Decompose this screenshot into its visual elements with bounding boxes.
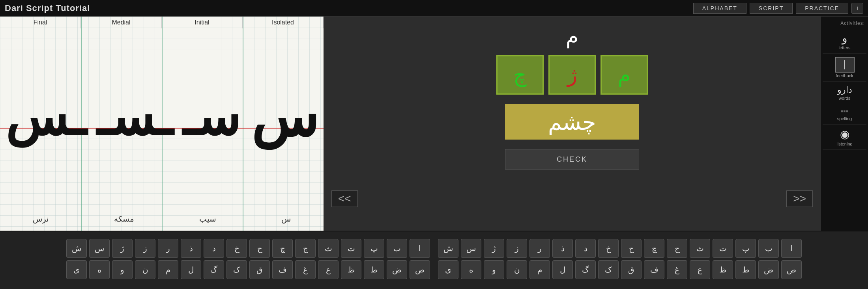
key-ه[interactable]: ه — [461, 260, 481, 279]
key-ا[interactable]: ا — [410, 239, 430, 258]
key-ب[interactable]: ب — [758, 239, 779, 258]
alphabet-button[interactable]: ALPHABET — [693, 3, 746, 14]
key-چ[interactable]: چ — [644, 239, 664, 258]
activity-letters[interactable]: و letters — [823, 28, 866, 54]
key-پ[interactable]: پ — [364, 239, 384, 258]
key-م[interactable]: م — [529, 260, 550, 279]
key-ن[interactable]: ن — [135, 260, 155, 279]
letters-label: letters — [839, 45, 851, 50]
words-icon: دارو — [837, 85, 852, 95]
activities-title: Activities: — [823, 20, 866, 28]
words-label: words — [839, 96, 850, 101]
col-label-initial: سیب — [199, 214, 216, 224]
activity-words[interactable]: دارو words — [823, 82, 866, 104]
key-ظ[interactable]: ظ — [341, 260, 361, 279]
key-ث[interactable]: ث — [690, 239, 710, 258]
key-ع[interactable]: ع — [690, 260, 710, 279]
key-ز[interactable]: ز — [135, 239, 155, 258]
keyboard-row-1-left: ابپتثجچحخدذرزژسش — [66, 239, 430, 258]
key-د[interactable]: د — [204, 239, 224, 258]
key-ی[interactable]: ی — [66, 260, 87, 279]
key-گ[interactable]: گ — [575, 260, 596, 279]
script-button[interactable]: SCRIPT — [750, 3, 793, 14]
activity-feedback[interactable]: feedback — [823, 54, 866, 82]
key-ت[interactable]: ت — [713, 239, 733, 258]
practice-button[interactable]: PRACTICE — [796, 3, 848, 14]
script-char-isolated: س — [251, 90, 318, 145]
key-ف[interactable]: ف — [272, 260, 293, 279]
key-ا[interactable]: ا — [781, 239, 802, 258]
key-ط[interactable]: ط — [364, 260, 384, 279]
col-header-initial: Initial — [162, 17, 243, 28]
spelling-label: spelling — [837, 116, 852, 121]
key-پ[interactable]: پ — [735, 239, 756, 258]
app-title: Dari Script Tutorial — [5, 3, 690, 13]
key-ص[interactable]: ص — [410, 260, 430, 279]
info-button[interactable]: i — [851, 3, 863, 14]
key-ع[interactable]: ع — [318, 260, 339, 279]
script-char-initial: سـ — [182, 92, 240, 144]
key-ق[interactable]: ق — [249, 260, 270, 279]
key-ل[interactable]: ل — [181, 260, 201, 279]
key-خ[interactable]: خ — [226, 239, 247, 258]
key-ه[interactable]: ه — [89, 260, 110, 279]
keyboard-row-1-right: ابپتثجچحخدذرزژسش — [438, 239, 802, 258]
answer-box-2[interactable]: ژ — [548, 55, 596, 95]
key-ل[interactable]: ل — [552, 260, 573, 279]
key-ش[interactable]: ش — [66, 239, 87, 258]
key-ک[interactable]: ک — [226, 260, 247, 279]
key-ذ[interactable]: ذ — [552, 239, 573, 258]
key-ز[interactable]: ز — [507, 239, 527, 258]
key-ج[interactable]: ج — [295, 239, 316, 258]
nav-previous-button[interactable]: << — [331, 190, 358, 207]
key-ک[interactable]: ک — [598, 260, 619, 279]
key-ظ[interactable]: ظ — [713, 260, 733, 279]
key-م[interactable]: م — [158, 260, 178, 279]
key-ص[interactable]: ص — [781, 260, 802, 279]
key-ش[interactable]: ش — [438, 239, 458, 258]
key-س[interactable]: س — [89, 239, 110, 258]
feedback-icon — [835, 57, 855, 73]
nav-next-button[interactable]: >> — [786, 190, 813, 207]
key-ف[interactable]: ف — [644, 260, 664, 279]
key-ژ[interactable]: ژ — [484, 239, 504, 258]
activity-spelling[interactable]: ▪▪▪ spelling — [823, 104, 866, 125]
key-چ[interactable]: چ — [272, 239, 293, 258]
key-ن[interactable]: ن — [507, 260, 527, 279]
key-غ[interactable]: غ — [295, 260, 316, 279]
answer-box-3[interactable]: چ — [496, 55, 544, 95]
right-keyboard: ابپتثجچحخدذرزژسش صضطظعغفقکگلمنوهی — [438, 239, 802, 282]
activity-listening[interactable]: ◉ listening — [823, 125, 866, 150]
letter-prompt: م — [566, 24, 578, 48]
key-ض[interactable]: ض — [387, 260, 407, 279]
key-ج[interactable]: ج — [667, 239, 687, 258]
key-ر[interactable]: ر — [158, 239, 178, 258]
key-ر[interactable]: ر — [529, 239, 550, 258]
key-خ[interactable]: خ — [598, 239, 619, 258]
key-ح[interactable]: ح — [249, 239, 270, 258]
key-ذ[interactable]: ذ — [181, 239, 201, 258]
listening-icon: ◉ — [840, 128, 849, 141]
key-غ[interactable]: غ — [667, 260, 687, 279]
key-گ[interactable]: گ — [204, 260, 224, 279]
key-ث[interactable]: ث — [318, 239, 339, 258]
key-ی[interactable]: ی — [438, 260, 458, 279]
topbar: Dari Script Tutorial ALPHABET SCRIPT PRA… — [0, 0, 868, 17]
key-د[interactable]: د — [575, 239, 596, 258]
key-ض[interactable]: ض — [758, 260, 779, 279]
key-س[interactable]: س — [461, 239, 481, 258]
col-header-medial: Medial — [81, 17, 162, 28]
key-و[interactable]: و — [112, 260, 133, 279]
keyboard-area: ابپتثجچحخدذرزژسش صضطظعغفقکگلمنوهی ابپتثج… — [0, 231, 868, 289]
key-ژ[interactable]: ژ — [112, 239, 133, 258]
key-ح[interactable]: ح — [621, 239, 642, 258]
check-button[interactable]: CHECK — [505, 149, 639, 170]
key-ق[interactable]: ق — [621, 260, 642, 279]
key-ب[interactable]: ب — [387, 239, 407, 258]
key-ت[interactable]: ت — [341, 239, 361, 258]
answer-box-1[interactable]: م — [600, 55, 648, 95]
activities-panel: Activities: و letters feedback دارو word… — [821, 17, 868, 231]
key-ط[interactable]: ط — [735, 260, 756, 279]
key-و[interactable]: و — [484, 260, 504, 279]
keyboard-row-2-right: صضطظعغفقکگلمنوهی — [438, 260, 802, 279]
